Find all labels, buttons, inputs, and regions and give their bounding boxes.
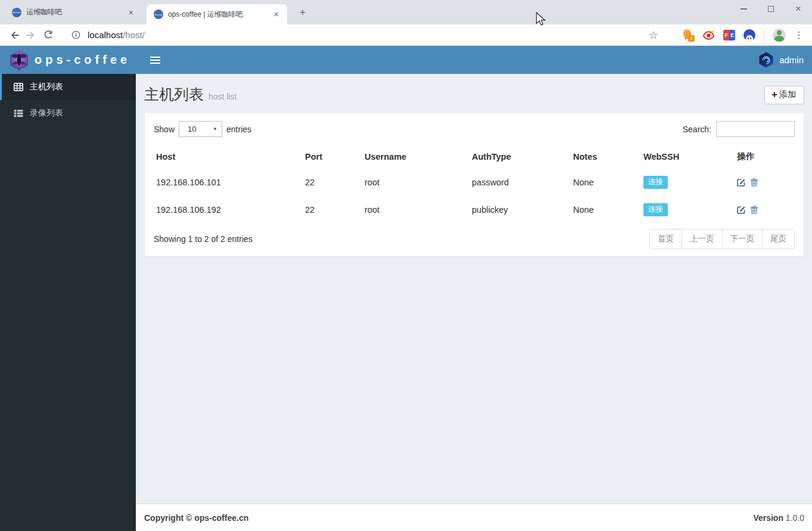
window-close-button[interactable]: × (785, 0, 812, 18)
tab-close-icon[interactable]: × (272, 9, 281, 20)
page-info-icon[interactable] (71, 30, 80, 39)
browser-menu-icon[interactable]: ⋮ (794, 30, 804, 40)
table-row: 192.168.106.101 22 root password None 连接 (154, 169, 795, 196)
tab-close-icon[interactable]: × (126, 7, 136, 18)
pagination-prev-button[interactable]: 上一页 (682, 229, 723, 249)
face-eye (750, 38, 751, 39)
sidebar-toggle-button[interactable] (147, 53, 164, 67)
video-list-icon (14, 109, 23, 117)
cell-host: 192.168.106.192 (154, 196, 303, 223)
table-footer: Showing 1 to 2 of 2 entries 首页 上一页 下一页 尾… (154, 229, 795, 249)
page-subtitle: host list (209, 92, 237, 101)
toolbar-divider (764, 29, 764, 41)
window-maximize-button[interactable] (757, 0, 785, 18)
app-footer: Copyright © ops-coffee.cn Version 1.0.0 (136, 504, 812, 531)
page-heading: 主机列表host list (144, 85, 237, 104)
row-actions (737, 206, 792, 214)
sidebar: 主机列表 录像列表 (0, 74, 136, 531)
cell-port: 22 (303, 169, 362, 196)
page-size-control: Show 10 ▼ entries (154, 121, 251, 137)
search-input[interactable] (716, 121, 795, 137)
address-bar[interactable]: localhost/host/ (62, 30, 649, 40)
edit-icon[interactable] (737, 206, 745, 214)
webssh-connect-button[interactable]: 连接 (643, 203, 668, 216)
sidebar-item-label: 录像列表 (30, 108, 63, 119)
cell-authtype: password (469, 169, 571, 196)
add-host-button[interactable]: + 添加 (764, 86, 804, 104)
browser-tab-2-active[interactable]: devops ops-coffee | 运维咖啡吧 × (147, 4, 287, 24)
delete-icon[interactable] (750, 178, 758, 187)
hamburger-icon (150, 57, 160, 58)
forward-button[interactable] (23, 27, 39, 44)
webssh-connect-button[interactable]: 连接 (643, 176, 668, 189)
browser-tab-1[interactable]: devops 运维咖啡吧 × (5, 0, 142, 24)
browser-profile-avatar[interactable] (773, 29, 786, 42)
delete-icon[interactable] (750, 206, 758, 214)
extension-icon-face[interactable] (743, 29, 755, 41)
main-area: 主机列表host list + 添加 Show 10 ▼ entries (136, 74, 812, 531)
col-header-port[interactable]: Port (303, 145, 362, 169)
fe-letter-e: E (729, 30, 735, 41)
reload-button[interactable] (39, 27, 56, 44)
user-avatar (758, 52, 774, 68)
cell-notes: None (571, 196, 641, 223)
sidebar-item-record-list[interactable]: 录像列表 (0, 100, 136, 126)
back-arrow-icon (9, 30, 20, 41)
avatar-head (777, 30, 782, 35)
host-table-panel: Show 10 ▼ entries Search: (144, 113, 804, 257)
tab-title: 运维咖啡吧 (26, 7, 122, 17)
site-favicon: devops (154, 10, 163, 19)
table-info: Showing 1 to 2 of 2 entries (154, 234, 253, 244)
user-menu[interactable]: admin (758, 52, 812, 68)
copyright-text: Copyright © ops-coffee.cn (144, 513, 248, 523)
window-minimize-button[interactable] (730, 0, 757, 18)
page-size-select[interactable]: 10 ▼ (179, 121, 222, 137)
content: 主机列表host list + 添加 Show 10 ▼ entries (136, 74, 812, 504)
col-header-actions[interactable]: 操作 (735, 145, 795, 169)
cell-host: 192.168.106.101 (154, 169, 303, 196)
version-value: 1.0.0 (786, 513, 804, 523)
brand[interactable]: ops-coffee (0, 49, 136, 71)
bookmark-star-icon[interactable]: ☆ (649, 30, 658, 41)
toolbar-right: ☆ ! F E ⋮ (649, 29, 806, 42)
extension-icon-orange[interactable]: ! (682, 29, 694, 41)
show-label: Show (154, 125, 175, 134)
url-text[interactable]: localhost/host/ (88, 30, 145, 40)
sidebar-item-label: 主机列表 (30, 82, 63, 92)
copyright-label: Copyright © (144, 513, 192, 523)
extension-icon-fe[interactable]: F E (723, 30, 735, 41)
sidebar-item-host-list[interactable]: 主机列表 (0, 74, 136, 100)
page-title: 主机列表 (144, 86, 204, 103)
col-header-username[interactable]: Username (362, 145, 469, 169)
browser-tabstrip: devops 运维咖啡吧 × devops ops-coffee | 运维咖啡吧… (0, 0, 812, 24)
close-icon: × (795, 4, 801, 14)
forward-arrow-icon (26, 30, 36, 41)
back-button[interactable] (6, 27, 23, 44)
cell-username: root (362, 169, 469, 196)
new-tab-button[interactable]: + (296, 7, 309, 20)
page-size-value: 10 (188, 125, 196, 133)
table-row: 192.168.106.192 22 root publickey None 连… (154, 196, 795, 223)
col-header-webssh[interactable]: WebSSH (641, 145, 735, 169)
chevron-down-icon: ▼ (213, 126, 217, 132)
fe-letter-f: F (723, 30, 729, 41)
pagination-next-button[interactable]: 下一页 (722, 229, 763, 249)
plus-icon: + (771, 91, 777, 99)
reload-icon (43, 30, 53, 40)
search-label: Search: (683, 125, 711, 134)
face-eye (748, 38, 749, 39)
app-body: 主机列表 录像列表 主机列表host list + 添加 (0, 74, 812, 531)
extension-icon-weibo-eye[interactable] (702, 29, 715, 41)
pagination-last-button[interactable]: 尾页 (762, 229, 795, 249)
pagination-first-button[interactable]: 首页 (649, 229, 682, 249)
alert-badge: ! (688, 35, 695, 42)
url-path: /host/ (123, 30, 145, 40)
col-header-host[interactable]: Host (154, 145, 303, 169)
edit-icon[interactable] (737, 178, 745, 187)
content-header: 主机列表host list + 添加 (144, 81, 804, 107)
col-header-notes[interactable]: Notes (571, 145, 641, 169)
copyright-site: ops-coffee.cn (194, 513, 248, 523)
app-header: ops-coffee admin (0, 46, 812, 74)
col-header-authtype[interactable]: AuthType (469, 145, 571, 169)
cell-notes: None (571, 169, 641, 196)
